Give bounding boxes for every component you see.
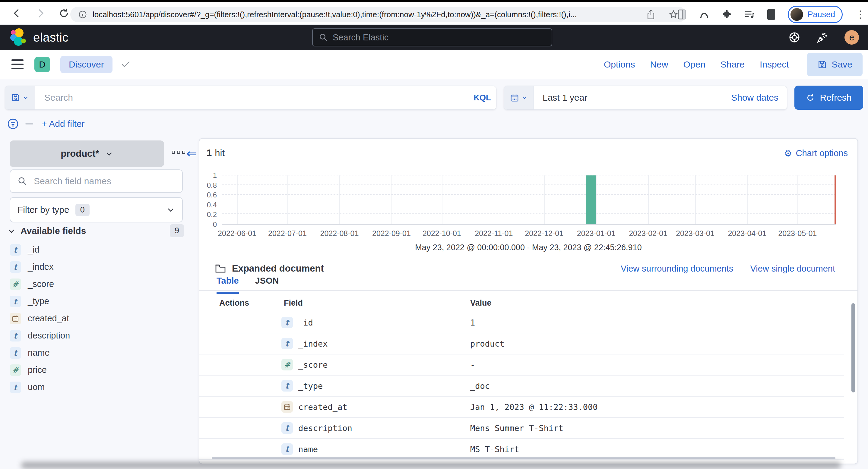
help-icon[interactable] [788,31,801,43]
field-item[interactable]: tuom [0,378,198,396]
share-link[interactable]: Share [720,59,745,70]
query-search-input[interactable]: Search [35,86,468,109]
site-info-icon[interactable] [78,10,87,19]
row-field-cell: t_index [281,338,328,349]
y-tick-label: 0.4 [207,201,217,209]
profile-paused-pill[interactable]: Paused [788,6,843,23]
available-fields-accordion[interactable]: Available fields 9 [7,224,184,237]
x-tick-label: 2022-12-01 [525,229,563,238]
filter-menu-icon[interactable] [7,118,19,130]
time-range-value[interactable]: Last 1 year [542,93,587,103]
field-item[interactable]: #price [0,361,198,378]
text-type-icon: t [10,296,21,307]
field-name: uom [28,382,44,392]
refresh-button[interactable]: Refresh [795,86,863,110]
table-row[interactable]: t_indexproduct [199,333,844,355]
reload-icon[interactable] [57,7,70,20]
field-item[interactable]: tname [0,344,198,361]
field-search-input[interactable]: Search field names [10,169,183,193]
vertical-scrollbar[interactable] [851,303,855,393]
add-filter-link[interactable]: + Add filter [42,119,85,129]
filter-by-type-dropdown[interactable]: Filter by type 0 [10,197,183,223]
side-panel-extension-icon[interactable] [677,9,686,20]
share-icon[interactable] [646,9,655,20]
histogram-plot[interactable] [222,175,836,225]
extensions-puzzle-icon[interactable] [722,10,732,19]
arc-extension-icon[interactable] [699,9,709,20]
global-search-placeholder: Search Elastic [333,33,389,42]
elastic-brand-text[interactable]: elastic [33,31,68,44]
data-view-selector[interactable]: product* [10,140,164,167]
field-item[interactable]: t_type [0,293,198,310]
gridline-vertical [648,175,649,224]
row-field-value: MS T-Shirt [470,444,519,454]
kibana-app-toolbar: D Discover Options New Open Share Inspec… [0,50,868,79]
space-badge[interactable]: D [34,57,50,72]
chevron-down-icon [7,227,16,235]
url-bar[interactable]: localhost:5601/app/discover#/?_g=(filter… [70,7,686,22]
view-surrounding-documents-link[interactable]: View surrounding documents [621,264,733,274]
chart-options-button[interactable]: ⚙ Chart options [784,148,848,159]
folder-icon [215,264,226,273]
collapse-sidebar-icon[interactable]: ⇐ [186,146,197,160]
url-text[interactable]: localhost:5601/app/discover#/?_g=(filter… [93,10,640,19]
kql-language-button[interactable]: KQL [468,86,496,109]
playlist-extension-icon[interactable] [744,10,754,19]
breadcrumb[interactable]: Discover [60,56,113,73]
x-tick-label: 2023-05-01 [778,229,817,238]
text-type-icon: t [281,422,293,434]
field-item[interactable]: t_id [0,241,198,258]
x-tick-label: 2022-06-01 [218,229,256,238]
new-link[interactable]: New [650,59,668,70]
document-table-header: Actions Field Value [199,294,844,312]
field-item[interactable]: #_score [0,275,198,293]
global-search-input[interactable]: Search Elastic [312,28,552,46]
field-search-icon [18,176,27,186]
horizontal-scrollbar[interactable] [212,457,835,459]
text-type-icon: t [10,261,21,273]
user-avatar[interactable]: e [844,30,859,44]
menu-hamburger-icon[interactable] [11,59,24,69]
back-icon[interactable] [10,7,24,20]
fields-list: t_idt_index#_scoret_typecreated_attdescr… [0,241,198,396]
gridline-vertical [596,175,597,224]
table-row[interactable]: #_score - [199,355,844,375]
field-item[interactable]: t_index [0,258,198,275]
field-item[interactable]: created_at [0,310,198,327]
x-tick-label: 2023-02-01 [629,229,668,238]
saved-query-menu-button[interactable] [5,86,35,109]
save-button-label: Save [832,59,852,70]
field-settings-icon[interactable] [172,151,185,154]
date-type-icon [10,313,21,324]
table-row[interactable]: t_type_doc [199,375,844,397]
field-search-placeholder: Search field names [34,176,111,186]
pinned-extension-icon[interactable] [767,9,775,20]
gridline-vertical [287,175,288,224]
forward-icon[interactable] [34,7,47,20]
tab-table[interactable]: Table [217,276,239,294]
save-button[interactable]: Save [807,53,863,76]
chevron-down-icon [166,206,175,214]
table-row[interactable]: t_id1 [199,312,844,333]
date-quick-menu-button[interactable] [504,86,534,109]
x-tick-label: 2022-10-01 [423,229,461,238]
show-dates-link[interactable]: Show dates [731,93,778,103]
newsfeed-party-icon[interactable] [816,31,829,44]
field-item[interactable]: tdescription [0,327,198,344]
refresh-button-label: Refresh [820,93,851,103]
bookmark-star-icon[interactable] [669,10,678,19]
tab-json[interactable]: JSON [255,276,279,294]
elastic-logo-icon[interactable] [10,28,28,46]
browser-menu-icon[interactable]: ⋮ [855,11,861,18]
view-single-document-link[interactable]: View single document [750,264,835,274]
inspect-link[interactable]: Inspect [760,59,789,70]
open-link[interactable]: Open [683,59,705,70]
row-field-name: name [298,444,318,454]
histogram-bar[interactable] [586,175,596,224]
table-row[interactable]: tdescriptionMens Summer T-Shirt [199,418,844,439]
table-row[interactable]: created_atJan 1, 2023 @ 11:22:33.000 [199,397,844,418]
gridline-vertical [339,175,340,224]
gridline-vertical [747,175,748,224]
options-link[interactable]: Options [604,59,635,70]
available-fields-label: Available fields [21,226,86,236]
